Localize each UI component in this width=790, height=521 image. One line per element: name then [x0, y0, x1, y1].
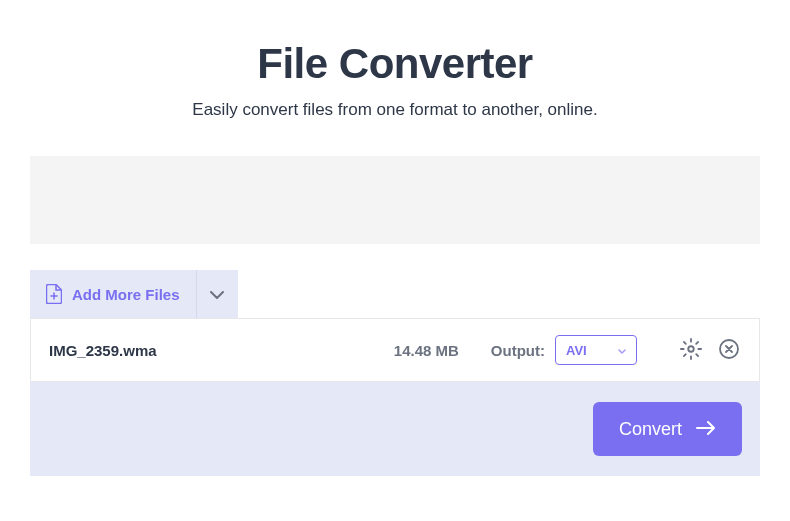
add-more-files-label: Add More Files: [72, 286, 180, 303]
svg-point-0: [688, 346, 694, 352]
file-plus-icon: [46, 284, 62, 304]
ad-banner: [30, 156, 760, 244]
toolbar: Add More Files: [30, 270, 760, 318]
arrow-right-icon: [696, 419, 716, 440]
remove-file-button[interactable]: [717, 338, 741, 362]
settings-button[interactable]: [679, 338, 703, 362]
convert-button-label: Convert: [619, 419, 682, 440]
file-size: 14.48 MB: [394, 342, 459, 359]
file-row: IMG_2359.wma 14.48 MB Output: AVI: [30, 318, 760, 382]
chevron-down-icon: [618, 345, 626, 356]
close-circle-icon: [719, 339, 739, 362]
output-format-value: AVI: [566, 343, 587, 358]
add-more-dropdown-button[interactable]: [196, 270, 238, 318]
output-label: Output:: [491, 342, 545, 359]
page-title: File Converter: [30, 40, 760, 88]
output-format-select[interactable]: AVI: [555, 335, 637, 365]
footer-bar: Convert: [30, 382, 760, 476]
add-more-files-button[interactable]: Add More Files: [30, 270, 196, 318]
convert-button[interactable]: Convert: [593, 402, 742, 456]
gear-icon: [680, 338, 702, 363]
page-subtitle: Easily convert files from one format to …: [30, 100, 760, 120]
chevron-down-icon: [210, 287, 224, 302]
file-name: IMG_2359.wma: [49, 342, 394, 359]
